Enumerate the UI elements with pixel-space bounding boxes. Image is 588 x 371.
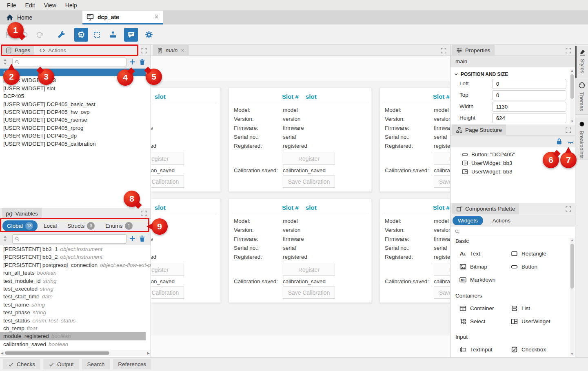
add-page-icon[interactable] (129, 58, 136, 65)
palette-item-container[interactable]: Container (459, 305, 494, 312)
save-calibration-button[interactable]: Save Calibration (283, 176, 335, 188)
properties-scrollbar[interactable]: ▲ ▼ (570, 69, 575, 124)
palette-item-userwidget[interactable]: UserWidget (511, 318, 550, 325)
palette-item-list[interactable]: List (511, 305, 530, 312)
palette-tab-widgets[interactable]: Widgets (453, 216, 483, 225)
palette-item-textinput[interactable]: TextInput (459, 346, 493, 353)
maximize-icon[interactable] (441, 48, 446, 53)
delete-variable-icon[interactable] (139, 235, 146, 242)
palette-tab-actions[interactable]: Actions (487, 216, 516, 225)
horizontal-scrollbar[interactable]: ◀ ▶ (0, 350, 151, 356)
close-icon[interactable] (154, 14, 159, 20)
tab-actions[interactable]: Actions (35, 45, 70, 56)
page-list-item[interactable]: [USER WIDGET] DCP405_basic_test (0, 100, 151, 108)
tab-project-dcp-ate[interactable]: dcp_ate (82, 11, 163, 23)
lock-icon[interactable] (556, 138, 563, 145)
bottom-tab-checks[interactable]: Checks (3, 359, 40, 369)
variable-list-item[interactable]: [PERSISTENT] bb3_1object:Instrument (0, 245, 151, 253)
maximize-icon[interactable] (566, 48, 571, 53)
save-calibration-button[interactable]: Save Calibration (434, 287, 450, 299)
tab-page-structure[interactable]: Page Structure (452, 124, 506, 136)
variables-tab-global[interactable]: Global13 (2, 220, 38, 231)
delete-page-icon[interactable] (139, 58, 146, 65)
page-list-item[interactable]: [USER WIDGET] DCP405_rsense (0, 116, 151, 124)
palette-item-bitmap[interactable]: Bitmap (459, 263, 487, 270)
register-button[interactable]: Register (283, 264, 335, 276)
side-tab-styles[interactable]: Styles (575, 46, 588, 78)
select-region-button[interactable] (91, 29, 103, 41)
register-button[interactable]: Register (434, 153, 450, 165)
redo-button[interactable] (33, 29, 46, 41)
register-button[interactable]: Register (434, 264, 450, 276)
palette-item-rectangle[interactable]: Rectangle (511, 250, 546, 257)
scrollbar-thumb[interactable] (5, 351, 109, 355)
page-list-item[interactable]: DCP405 (0, 92, 151, 100)
maximize-icon[interactable] (566, 206, 571, 212)
side-tab-breakpoints[interactable]: Breakpoints (575, 118, 588, 160)
pages-search-input[interactable] (12, 58, 126, 67)
variables-tab-local[interactable]: Local (39, 221, 61, 231)
save-calibration-button[interactable]: Save Calibration (151, 176, 184, 188)
page-list-item[interactable]: [USER WIDGET] DCP405_rprog (0, 124, 151, 132)
page-list-item[interactable]: [USER WIDGET] DCP405_hw_ovp (0, 108, 151, 116)
maximize-icon[interactable] (566, 127, 571, 133)
variable-list-item[interactable]: test_module_idstring (0, 277, 151, 285)
variable-list-item[interactable]: [PERSISTENT] bb3_2object:Instrument (0, 253, 151, 261)
bottom-tab-search[interactable]: Search (82, 359, 110, 369)
side-tab-themes[interactable]: Themes (575, 79, 588, 115)
close-icon[interactable] (180, 48, 185, 53)
bottom-tab-output[interactable]: Output (43, 359, 79, 369)
bottom-tab-references[interactable]: References (113, 359, 151, 369)
register-button[interactable]: Register (151, 264, 184, 276)
save-calibration-button[interactable]: Save Calibration (151, 287, 184, 299)
add-variable-icon[interactable] (129, 235, 136, 242)
save-calibration-button[interactable]: Save Calibration (283, 287, 335, 299)
variable-list-item[interactable]: module_registeredboolean (0, 332, 146, 340)
structure-tree-item[interactable]: UserWidget: bb3 (450, 167, 575, 176)
variable-list-item[interactable]: run_all_testsboolean (0, 269, 151, 277)
tab-variables[interactable]: (x) Variables (2, 208, 42, 219)
menu-file[interactable]: File (2, 1, 21, 10)
settings-gear-button[interactable] (143, 29, 155, 41)
palette-item-markdown[interactable]: Markdown (459, 276, 495, 283)
comments-button[interactable] (124, 28, 138, 42)
variable-list-item[interactable]: test_start_timedate (0, 293, 151, 300)
register-button[interactable]: Register (283, 153, 335, 165)
variables-tab-structs[interactable]: Structs3 (63, 220, 99, 231)
variables-tab-enums[interactable]: Enums1 (101, 220, 137, 231)
tab-editor-main[interactable]: main (153, 45, 189, 56)
property-input-width[interactable] (492, 102, 566, 112)
page-list-item[interactable]: [USER WIDGET] DCP405_dp (0, 132, 151, 140)
save-calibration-button[interactable]: Save Calibration (434, 176, 450, 188)
palette-item-checkbox[interactable]: Checkbox (511, 346, 546, 353)
page-list-item[interactable]: [USER WIDGET] DCP405_calibration (0, 140, 151, 148)
menu-help[interactable]: Help (61, 1, 82, 10)
palette-item-select[interactable]: Select (459, 318, 486, 325)
property-input-height[interactable] (492, 113, 566, 123)
palette-scrollbar[interactable]: ▲ ▼ (570, 238, 575, 356)
sort-icon[interactable] (2, 235, 9, 242)
tab-pages[interactable]: Pages (2, 45, 34, 56)
eye-off-icon[interactable] (567, 139, 574, 146)
variable-list-item[interactable]: ch_tempfloat (0, 324, 151, 332)
variable-list-item[interactable]: [PERSISTENT] postgresql_connectionobject… (0, 261, 151, 269)
sort-icon[interactable] (2, 58, 9, 65)
variable-list-item[interactable]: test_namestring (0, 301, 151, 309)
variable-list-item[interactable]: calibration_savedboolean (0, 340, 151, 348)
tab-properties[interactable]: Properties (452, 45, 495, 56)
property-input-left[interactable] (492, 79, 566, 89)
page-canvas[interactable]: Slot #slotModel:modelVersion:versionFirm… (151, 56, 450, 357)
tab-components-palette[interactable]: Components Palette (452, 203, 519, 214)
maximize-icon[interactable] (141, 211, 147, 216)
variable-list-item[interactable]: test_executedstring (0, 285, 151, 293)
palette-item-text[interactable]: Text (459, 250, 480, 257)
section-position-and-size[interactable]: POSITION AND SIZE (454, 71, 508, 77)
variables-search-input[interactable] (12, 234, 126, 244)
palette-search[interactable] (450, 227, 575, 237)
variable-list-item[interactable]: test_phasestring (0, 309, 151, 316)
menu-edit[interactable]: Edit (21, 1, 40, 10)
menu-view[interactable]: View (40, 1, 61, 10)
palette-item-button[interactable]: Button (511, 263, 537, 270)
property-input-top[interactable] (492, 90, 566, 100)
maximize-icon[interactable] (141, 48, 147, 53)
